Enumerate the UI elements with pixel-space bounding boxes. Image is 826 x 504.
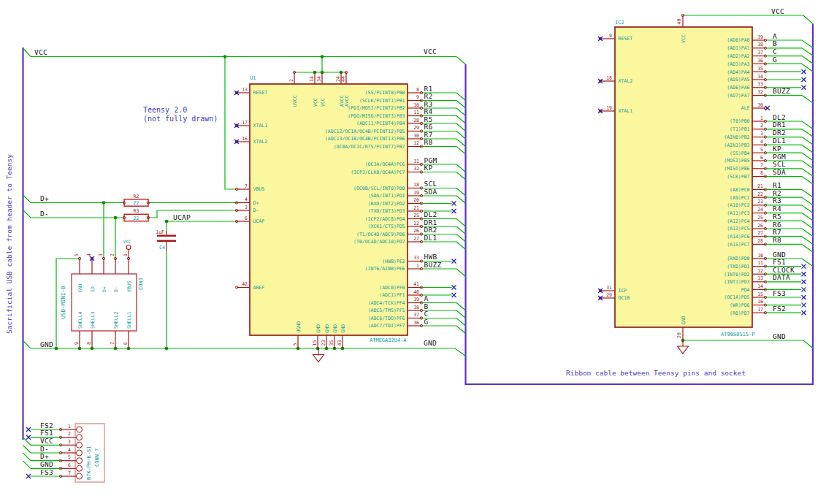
ic2-pin-num-3: 3 bbox=[760, 131, 763, 137]
net-label-fs2[interactable]: FS2 bbox=[40, 421, 53, 429]
usb-connector[interactable]: 5GND4ID3D+2D-1VBUS9SHELL48SHELL37SHELL26… bbox=[72, 253, 137, 348]
net-label-gnd[interactable]: GND bbox=[40, 460, 53, 468]
net-label-gnd-right[interactable]: GND bbox=[424, 339, 437, 347]
net-label-g[interactable]: G bbox=[424, 318, 429, 326]
ic2-pin-num-5: 5 bbox=[760, 147, 763, 153]
usb-ref[interactable]: CON1 bbox=[138, 278, 144, 290]
net-label-r8[interactable]: R8 bbox=[424, 138, 433, 146]
net-label-sda[interactable]: SDA bbox=[773, 168, 786, 176]
net-label-c[interactable]: C bbox=[773, 47, 777, 56]
net-label-dl1[interactable]: DL1 bbox=[424, 234, 437, 242]
u1-pin-name-39: (ADC4/TCK)PF4 bbox=[368, 300, 405, 306]
net-label-r6[interactable]: R6 bbox=[773, 221, 781, 229]
ic2-pin-name-9: RESET bbox=[619, 36, 633, 42]
u1-pin-num-43: 43 bbox=[337, 340, 343, 346]
u1-ref[interactable]: U1 bbox=[250, 75, 256, 81]
net-label-r3[interactable]: R3 bbox=[773, 196, 781, 205]
net-label-vcc-right[interactable]: VCC bbox=[424, 47, 437, 56]
net-label-dr2[interactable]: DR2 bbox=[773, 129, 786, 137]
u1-pin-num-23: 23 bbox=[321, 340, 326, 346]
ic2-chip[interactable]: 9RESET18XTAL219XTAL131ICP29OC1B39(AD0)PA… bbox=[598, 14, 813, 340]
net-label-dl2[interactable]: DL2 bbox=[424, 210, 437, 218]
net-label-r7[interactable]: R7 bbox=[424, 131, 433, 139]
net-label-r6[interactable]: R6 bbox=[424, 123, 433, 131]
net-label-pgm[interactable]: PGM bbox=[773, 153, 786, 161]
ic2-ref[interactable]: IC2 bbox=[615, 20, 624, 26]
net-label-pgm[interactable]: PGM bbox=[424, 156, 437, 164]
u1-pin-num-40: 40 bbox=[413, 289, 419, 295]
net-label-b[interactable]: B bbox=[424, 302, 429, 310]
net-label-dplus[interactable]: D+ bbox=[40, 194, 49, 202]
ic2-pin-name-14: PD4 bbox=[741, 287, 750, 293]
ic2-pin-name-5: (SS)PB4 bbox=[730, 150, 749, 156]
net-label-scl[interactable]: SCL bbox=[773, 160, 786, 168]
u1-pin-name-top-14: VCC bbox=[313, 98, 318, 107]
u1-pin-num-17: 17 bbox=[242, 120, 248, 126]
net-label-dplus[interactable]: D+ bbox=[40, 452, 49, 460]
net-label-g[interactable]: G bbox=[773, 56, 777, 64]
u1-pin-num-42: 42 bbox=[242, 281, 248, 287]
ic2-pin-name-31: ICP bbox=[619, 288, 627, 294]
net-label-hwb[interactable]: HWB bbox=[424, 253, 437, 261]
net-label-ucap[interactable]: UCAP bbox=[173, 213, 191, 221]
conn7-connector[interactable]: 1FS22FS13VCC4D-5D+6GND7FS3 bbox=[23, 421, 105, 483]
net-label-r4[interactable]: R4 bbox=[773, 205, 781, 213]
net-label-fs1[interactable]: FS1 bbox=[773, 258, 786, 266]
net-label-fs3[interactable]: FS3 bbox=[40, 468, 53, 476]
net-label-a[interactable]: A bbox=[773, 32, 777, 40]
net-label-fs1[interactable]: FS1 bbox=[40, 429, 53, 437]
net-label-r8[interactable]: R8 bbox=[773, 236, 781, 244]
net-label-gnd[interactable]: GND bbox=[773, 251, 786, 259]
ic2-pin-num-40: 40 bbox=[676, 19, 682, 25]
net-label-vcc-left[interactable]: VCC bbox=[34, 48, 47, 56]
net-label-r5[interactable]: R5 bbox=[424, 115, 433, 123]
net-label-dl1[interactable]: DL1 bbox=[773, 137, 786, 145]
net-label-r1[interactable]: R1 bbox=[773, 181, 781, 189]
u1-pin-num-9: 9 bbox=[416, 94, 419, 100]
net-label-buzz[interactable]: BUZZ bbox=[773, 87, 790, 95]
net-label-clock[interactable]: CLOCK bbox=[773, 266, 795, 274]
ic2-pin-num-10: 10 bbox=[757, 253, 763, 259]
net-label-dminus[interactable]: D- bbox=[40, 445, 49, 453]
conn7-pin-num-7: 7 bbox=[68, 470, 71, 476]
ic2-pin-name-16: (WR)PD6 bbox=[730, 302, 749, 308]
net-label-r2[interactable]: R2 bbox=[773, 189, 781, 197]
net-label-r4[interactable]: R4 bbox=[424, 107, 433, 115]
conn7-ref[interactable]: CONN_7 bbox=[94, 448, 100, 467]
net-label-fs3[interactable]: FS3 bbox=[773, 289, 786, 297]
net-label-vcc-ic2[interactable]: VCC bbox=[771, 7, 784, 15]
u1-pin-num-1: 1 bbox=[416, 263, 419, 269]
net-label-a[interactable]: A bbox=[424, 294, 429, 302]
net-label-dl2[interactable]: DL2 bbox=[773, 113, 786, 121]
net-label-scl[interactable]: SCL bbox=[424, 180, 437, 188]
net-label-b[interactable]: B bbox=[773, 39, 777, 47]
net-label-kp[interactable]: KP bbox=[424, 164, 433, 172]
net-label-r2[interactable]: R2 bbox=[424, 92, 433, 100]
capacitor-c4[interactable]: 1uF C4 bbox=[156, 229, 176, 252]
net-label-dr1[interactable]: DR1 bbox=[773, 121, 786, 129]
ic2-pin-num-19: 19 bbox=[606, 105, 612, 111]
net-label-r5[interactable]: R5 bbox=[773, 213, 781, 221]
net-label-data[interactable]: DATA bbox=[773, 273, 790, 281]
u1-pin-name-9: (SCLK/PCINT1)PB1 bbox=[359, 98, 405, 104]
resistors[interactable]: R222R322 bbox=[123, 194, 149, 221]
net-label-sda[interactable]: SDA bbox=[424, 188, 437, 196]
net-label-buzz[interactable]: BUZZ bbox=[424, 261, 442, 269]
schematic-canvas[interactable]: 1uF C4 VCC VCC VCC GND GND VCC GND D+ D-… bbox=[0, 0, 826, 504]
u1-chip[interactable]: 13RESET17XTAL116XTAL27VBUS4D+3D-6UCAP42A… bbox=[234, 71, 466, 348]
net-label-dminus[interactable]: D- bbox=[40, 210, 49, 218]
net-label-fs2[interactable]: FS2 bbox=[773, 305, 786, 313]
net-label-dr2[interactable]: DR2 bbox=[424, 226, 437, 234]
net-label-dr1[interactable]: DR1 bbox=[424, 218, 437, 226]
net-label-r3[interactable]: R3 bbox=[424, 100, 433, 108]
u1-pin-name-3: D- bbox=[253, 207, 259, 213]
net-label-vcc[interactable]: VCC bbox=[40, 437, 53, 445]
ground-symbol-u1 bbox=[313, 348, 324, 362]
ic2-pin-num-38: 38 bbox=[757, 42, 763, 47]
net-label-gnd-left[interactable]: GND bbox=[40, 340, 53, 348]
net-label-r1[interactable]: R1 bbox=[424, 85, 433, 93]
net-label-kp[interactable]: KP bbox=[773, 145, 781, 153]
net-label-r7[interactable]: R7 bbox=[773, 228, 781, 236]
net-label-gnd-ic2[interactable]: GND bbox=[773, 332, 786, 340]
net-label-c[interactable]: C bbox=[424, 310, 429, 318]
